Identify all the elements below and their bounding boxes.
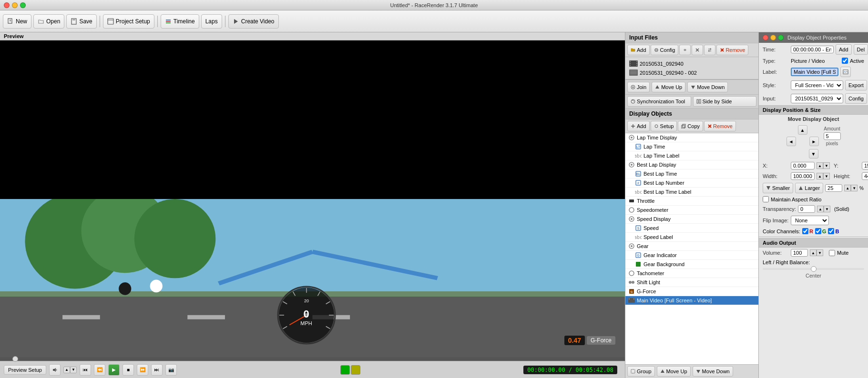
props-close-button[interactable] xyxy=(763,35,768,40)
input-select[interactable]: 20150531_092940 xyxy=(791,94,843,103)
do-item-best-lap-label[interactable]: abc Best Lap Time Label xyxy=(625,188,758,197)
join-button[interactable]: Join xyxy=(627,82,650,92)
input-link-button[interactable] xyxy=(679,45,691,55)
input-swap-button[interactable] xyxy=(704,45,715,55)
create-video-button[interactable]: Create Video xyxy=(228,14,279,29)
size-down[interactable]: ▼ xyxy=(851,185,858,191)
volume-down[interactable]: ▼ xyxy=(70,367,77,373)
export-button[interactable]: Export xyxy=(845,80,867,90)
do-item-best-lap-number[interactable]: # Best Lap Number xyxy=(625,179,758,188)
x-input[interactable] xyxy=(791,162,815,169)
volume-button[interactable] xyxy=(49,364,61,376)
green-flag[interactable] xyxy=(340,365,350,375)
label-image-button[interactable] xyxy=(840,67,851,77)
do-setup-button[interactable]: Setup xyxy=(651,121,677,131)
y-input[interactable] xyxy=(862,162,868,169)
do-item-speed[interactable]: S Speed xyxy=(625,224,758,233)
move-down-button[interactable]: Move Down xyxy=(687,82,728,92)
do-item-lap-time[interactable]: LT Lap Time xyxy=(625,142,758,151)
time-input[interactable] xyxy=(791,46,834,53)
flip-select[interactable]: None xyxy=(791,216,829,225)
do-item-lap-time-display[interactable]: Lap Time Display xyxy=(625,133,758,142)
vol-stepper[interactable]: ▲ ▼ xyxy=(810,249,823,256)
volume-input[interactable] xyxy=(791,249,808,257)
balance-slider[interactable] xyxy=(763,268,864,270)
amount-input[interactable] xyxy=(824,132,841,140)
time-add-button[interactable]: Add xyxy=(836,44,852,55)
move-up-button[interactable]: Move Up xyxy=(652,82,685,92)
chan-b-checkbox[interactable] xyxy=(828,228,834,234)
active-checkbox[interactable] xyxy=(842,58,848,64)
move-up-arrow[interactable]: ▲ xyxy=(798,125,807,135)
yellow-flag[interactable] xyxy=(351,365,360,375)
vol-down[interactable]: ▼ xyxy=(817,249,823,256)
do-remove-button[interactable]: Remove xyxy=(704,121,736,131)
volume-stepper[interactable]: ▲ ▼ xyxy=(63,367,77,373)
x-up[interactable]: ▲ xyxy=(817,162,823,169)
do-bottom-move-down[interactable]: Move Down xyxy=(693,366,733,377)
transparency-input[interactable] xyxy=(798,205,815,213)
x-stepper[interactable]: ▲ ▼ xyxy=(817,162,830,169)
do-item-main-video[interactable]: Main Video [Full Screen - Video] xyxy=(625,296,758,305)
x-down[interactable]: ▼ xyxy=(823,162,830,169)
open-button[interactable]: Open xyxy=(33,14,64,29)
maximize-button[interactable] xyxy=(20,2,26,8)
balance-slider-thumb[interactable] xyxy=(811,266,817,272)
do-item-gear-background[interactable]: Gear Background xyxy=(625,260,758,269)
chan-r-checkbox[interactable] xyxy=(802,228,808,234)
play-button[interactable]: ▶ xyxy=(108,364,120,376)
input-file-item-2[interactable]: 20150531_092940 - 002 xyxy=(627,68,756,77)
size-up[interactable]: ▲ xyxy=(844,185,851,191)
do-item-gear[interactable]: Gear xyxy=(625,242,758,251)
do-group-button[interactable]: Group xyxy=(627,366,655,377)
input-config-button[interactable]: Config xyxy=(651,45,679,55)
sync-tool-button[interactable]: Synchronization Tool xyxy=(627,96,691,107)
w-down[interactable]: ▼ xyxy=(823,173,830,179)
input-add-button[interactable]: Add xyxy=(627,45,650,55)
chan-g-checkbox[interactable] xyxy=(815,228,821,234)
do-item-speed-label[interactable]: abc Speed Label xyxy=(625,233,758,242)
do-item-speedometer[interactable]: Speedometer xyxy=(625,206,758,215)
input-file-item[interactable]: 20150531_092940 xyxy=(627,59,756,68)
do-item-gear-indicator[interactable]: G Gear Indicator xyxy=(625,251,758,260)
project-setup-button[interactable]: Project Setup xyxy=(103,14,154,29)
do-bottom-move-up[interactable]: Move Up xyxy=(657,366,691,377)
width-input[interactable] xyxy=(791,172,815,180)
minimize-button[interactable] xyxy=(12,2,18,8)
do-item-shift-light[interactable]: Shift Light xyxy=(625,278,758,287)
stop-button[interactable]: ■ xyxy=(123,364,134,376)
do-item-lap-time-label[interactable]: abc Lap Time Label xyxy=(625,151,758,160)
w-up[interactable]: ▲ xyxy=(817,173,823,179)
do-item-speed-display[interactable]: Speed Display xyxy=(625,215,758,224)
do-item-best-lap-display[interactable]: Best Lap Display xyxy=(625,160,758,169)
side-by-side-button[interactable]: Side by Side xyxy=(693,96,757,107)
aspect-checkbox[interactable] xyxy=(763,196,769,202)
props-max-button[interactable] xyxy=(778,35,784,40)
frame-back-button[interactable]: ⏪ xyxy=(94,364,105,376)
close-button[interactable] xyxy=(4,2,10,8)
move-right-arrow[interactable]: ► xyxy=(809,137,819,146)
do-item-throttle[interactable]: Throttle xyxy=(625,197,758,206)
style-select[interactable]: Full Screen - Video xyxy=(791,80,843,90)
do-item-tachometer[interactable]: Tachometer xyxy=(625,269,758,278)
w-stepper[interactable]: ▲ ▼ xyxy=(817,173,830,179)
transparency-stepper[interactable]: ▲ ▼ xyxy=(817,206,830,212)
time-del-button[interactable]: Del xyxy=(854,44,868,55)
skip-forward-button[interactable]: ⏭ xyxy=(151,364,163,376)
larger-button[interactable]: Larger xyxy=(795,183,823,193)
smaller-button[interactable]: Smaller xyxy=(763,183,793,193)
snapshot-button[interactable]: 📷 xyxy=(165,364,177,376)
input-cut-button[interactable] xyxy=(692,45,703,55)
new-button[interactable]: New xyxy=(3,14,31,29)
laps-button[interactable]: Laps xyxy=(201,14,222,29)
props-min-button[interactable] xyxy=(770,35,776,40)
trans-up[interactable]: ▲ xyxy=(817,206,824,212)
height-input[interactable] xyxy=(862,172,868,180)
skip-back-button[interactable]: ⏮ xyxy=(80,364,91,376)
save-button[interactable]: Save xyxy=(66,14,96,29)
size-percent-input[interactable] xyxy=(825,184,842,192)
move-left-arrow[interactable]: ◄ xyxy=(786,137,796,146)
label-input[interactable] xyxy=(791,68,838,76)
input-remove-button[interactable]: Remove xyxy=(716,45,748,55)
move-down-arrow[interactable]: ▼ xyxy=(809,149,818,159)
